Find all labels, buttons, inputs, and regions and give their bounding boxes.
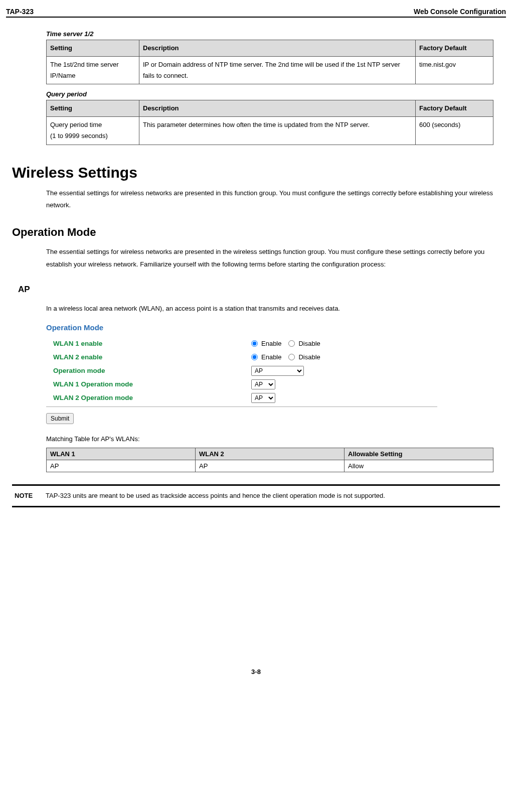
cell-wlan1: AP (47, 460, 196, 472)
heading-ap: AP (6, 285, 506, 295)
label-wlan1-opmode: WLAN 1 Operation mode (46, 380, 251, 388)
select-wlan2-opmode[interactable]: AP (251, 393, 275, 403)
label-wlan2-enable: WLAN 2 enable (46, 353, 251, 361)
page-header: TAP-323 Web Console Configuration (6, 8, 506, 18)
wireless-intro: The essential settings for wireless netw… (46, 187, 493, 212)
select-operation-mode[interactable]: AP (251, 366, 304, 376)
cell-setting: Query period time (1 to 9999 seconds) (47, 117, 139, 145)
radio-label-disable: Disable (298, 340, 320, 347)
table-queryperiod: Setting Description Factory Default Quer… (46, 100, 493, 145)
th-factory-default: Factory Default (416, 100, 493, 117)
th-allowable: Allowable Setting (345, 448, 493, 460)
section-title-timeserver: Time server 1/2 (46, 30, 493, 38)
submit-button[interactable]: Submit (46, 413, 74, 424)
th-wlan2: WLAN 2 (196, 448, 345, 460)
heading-operation-mode: Operation Mode (6, 226, 506, 239)
header-right: Web Console Configuration (414, 8, 506, 16)
table-row: The 1st/2nd time server IP/Name IP or Do… (47, 57, 493, 84)
radio-wlan1-disable[interactable] (288, 340, 295, 347)
note-label: NOTE (15, 490, 46, 502)
note-block: NOTE TAP-323 units are meant to be used … (12, 484, 500, 507)
th-setting: Setting (47, 100, 139, 117)
cell-description: This parameter determines how often the … (139, 117, 416, 145)
cell-allowable: Allow (345, 460, 493, 472)
table-row: Query period time (1 to 9999 seconds) Th… (47, 117, 493, 145)
table-row: AP AP Allow (47, 460, 493, 472)
radio-label-enable: Enable (261, 340, 281, 347)
select-wlan1-opmode[interactable]: AP (251, 379, 275, 389)
heading-wireless-settings: Wireless Settings (6, 164, 506, 181)
th-description: Description (139, 100, 416, 117)
cell-setting: The 1st/2nd time server IP/Name (47, 57, 139, 84)
th-setting: Setting (47, 40, 139, 57)
radio-wlan1-enable[interactable] (251, 340, 258, 347)
operation-mode-form: Operation Mode WLAN 1 enable Enable Disa… (46, 323, 437, 407)
label-wlan2-opmode: WLAN 2 Operation mode (46, 394, 251, 401)
th-factory-default: Factory Default (416, 40, 493, 57)
th-wlan1: WLAN 1 (47, 448, 196, 460)
label-wlan1-enable: WLAN 1 enable (46, 340, 251, 347)
th-description: Description (139, 40, 416, 57)
cell-description: IP or Domain address of NTP time server.… (139, 57, 416, 84)
operation-mode-intro: The essential settings for wireless netw… (46, 246, 493, 270)
radio-label-disable: Disable (298, 353, 320, 361)
page-number: 3-8 (6, 668, 506, 675)
cell-default: 600 (seconds) (416, 117, 493, 145)
section-title-queryperiod: Query period (46, 90, 493, 98)
matching-table-caption: Matching Table for AP's WLANs: (46, 433, 493, 445)
radio-label-enable: Enable (261, 353, 281, 361)
label-operation-mode: Operation mode (46, 367, 251, 374)
note-text: TAP-323 units are meant to be used as tr… (46, 490, 385, 502)
table-matching: WLAN 1 WLAN 2 Allowable Setting AP AP Al… (46, 448, 493, 472)
header-left: TAP-323 (6, 8, 34, 16)
table-timeserver: Setting Description Factory Default The … (46, 40, 493, 84)
cell-wlan2: AP (196, 460, 345, 472)
radio-wlan2-enable[interactable] (251, 354, 258, 360)
radio-wlan2-disable[interactable] (288, 354, 295, 360)
form-title: Operation Mode (46, 323, 437, 332)
ap-intro: In a wireless local area network (WLAN),… (46, 303, 493, 315)
cell-default: time.nist.gov (416, 57, 493, 84)
